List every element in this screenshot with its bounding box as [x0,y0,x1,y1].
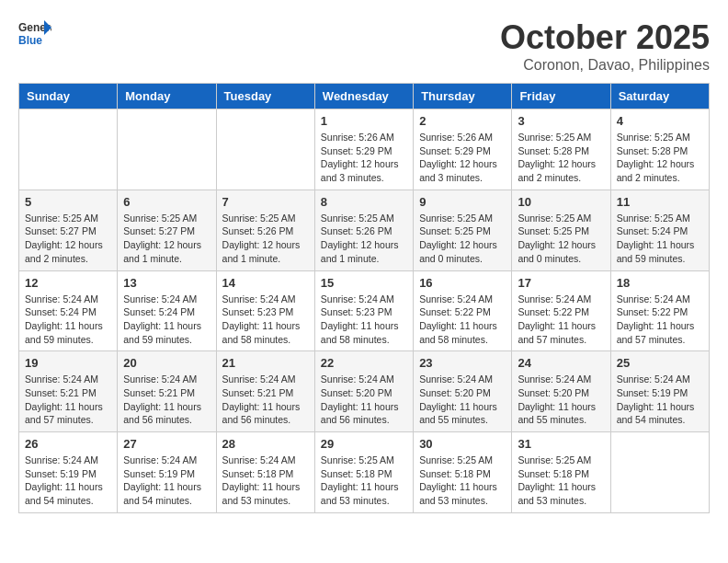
calendar-day-cell: 13Sunrise: 5:24 AM Sunset: 5:24 PM Dayli… [118,270,216,351]
day-number: 22 [321,356,407,370]
calendar-week-row: 5Sunrise: 5:25 AM Sunset: 5:27 PM Daylig… [19,190,710,270]
calendar-day-cell: 26Sunrise: 5:24 AM Sunset: 5:19 PM Dayli… [19,432,118,513]
weekday-header-cell: Saturday [610,84,709,109]
page-header: General Blue October 2025 Coronon, Davao… [18,18,710,74]
calendar-table: SundayMondayTuesdayWednesdayThursdayFrid… [18,83,710,513]
day-info: Sunrise: 5:24 AM Sunset: 5:23 PM Dayligh… [222,293,309,347]
day-info: Sunrise: 5:24 AM Sunset: 5:24 PM Dayligh… [123,293,210,347]
day-info: Sunrise: 5:25 AM Sunset: 5:24 PM Dayligh… [617,212,703,266]
day-number: 10 [518,195,604,209]
day-number: 7 [222,195,309,209]
calendar-day-cell [216,109,314,190]
day-info: Sunrise: 5:24 AM Sunset: 5:19 PM Dayligh… [25,454,111,508]
location-title: Coronon, Davao, Philippines [500,57,710,74]
weekday-header-row: SundayMondayTuesdayWednesdayThursdayFrid… [19,84,710,109]
weekday-header-cell: Wednesday [314,84,413,109]
day-number: 28 [222,437,309,451]
day-info: Sunrise: 5:25 AM Sunset: 5:18 PM Dayligh… [518,454,604,508]
calendar-day-cell: 20Sunrise: 5:24 AM Sunset: 5:21 PM Dayli… [118,351,216,432]
day-info: Sunrise: 5:24 AM Sunset: 5:23 PM Dayligh… [321,293,407,347]
day-info: Sunrise: 5:26 AM Sunset: 5:29 PM Dayligh… [321,131,407,185]
calendar-day-cell [19,109,118,190]
day-info: Sunrise: 5:25 AM Sunset: 5:25 PM Dayligh… [518,212,604,266]
calendar-day-cell: 23Sunrise: 5:24 AM Sunset: 5:20 PM Dayli… [414,351,512,432]
day-number: 15 [321,276,407,290]
day-info: Sunrise: 5:24 AM Sunset: 5:20 PM Dayligh… [518,373,604,427]
calendar-day-cell: 8Sunrise: 5:25 AM Sunset: 5:26 PM Daylig… [314,190,413,270]
calendar-week-row: 19Sunrise: 5:24 AM Sunset: 5:21 PM Dayli… [19,351,710,432]
day-info: Sunrise: 5:24 AM Sunset: 5:19 PM Dayligh… [617,373,703,427]
calendar-day-cell: 14Sunrise: 5:24 AM Sunset: 5:23 PM Dayli… [216,270,314,351]
day-info: Sunrise: 5:25 AM Sunset: 5:26 PM Dayligh… [321,212,407,266]
calendar-day-cell: 25Sunrise: 5:24 AM Sunset: 5:19 PM Dayli… [610,351,709,432]
calendar-day-cell: 21Sunrise: 5:24 AM Sunset: 5:21 PM Dayli… [216,351,314,432]
weekday-header-cell: Thursday [414,84,512,109]
day-number: 11 [617,195,703,209]
calendar-day-cell: 4Sunrise: 5:25 AM Sunset: 5:28 PM Daylig… [610,109,709,190]
calendar-day-cell: 1Sunrise: 5:26 AM Sunset: 5:29 PM Daylig… [314,109,413,190]
day-info: Sunrise: 5:25 AM Sunset: 5:27 PM Dayligh… [123,212,210,266]
day-info: Sunrise: 5:25 AM Sunset: 5:26 PM Dayligh… [222,212,309,266]
calendar-day-cell: 2Sunrise: 5:26 AM Sunset: 5:29 PM Daylig… [414,109,512,190]
day-info: Sunrise: 5:24 AM Sunset: 5:19 PM Dayligh… [123,454,210,508]
weekday-header-cell: Monday [118,84,216,109]
day-info: Sunrise: 5:24 AM Sunset: 5:22 PM Dayligh… [617,293,703,347]
calendar-day-cell: 24Sunrise: 5:24 AM Sunset: 5:20 PM Dayli… [512,351,610,432]
calendar-day-cell: 17Sunrise: 5:24 AM Sunset: 5:22 PM Dayli… [512,270,610,351]
calendar-day-cell: 3Sunrise: 5:25 AM Sunset: 5:28 PM Daylig… [512,109,610,190]
calendar-week-row: 1Sunrise: 5:26 AM Sunset: 5:29 PM Daylig… [19,109,710,190]
day-info: Sunrise: 5:25 AM Sunset: 5:25 PM Dayligh… [419,212,506,266]
day-number: 14 [222,276,309,290]
calendar-day-cell: 19Sunrise: 5:24 AM Sunset: 5:21 PM Dayli… [19,351,118,432]
calendar-body: 1Sunrise: 5:26 AM Sunset: 5:29 PM Daylig… [19,109,710,513]
calendar-day-cell [610,432,709,513]
day-number: 20 [123,356,210,370]
day-info: Sunrise: 5:24 AM Sunset: 5:20 PM Dayligh… [419,373,506,427]
logo-icon: General Blue [18,18,51,46]
day-info: Sunrise: 5:25 AM Sunset: 5:18 PM Dayligh… [321,454,407,508]
calendar-day-cell: 10Sunrise: 5:25 AM Sunset: 5:25 PM Dayli… [512,190,610,270]
day-number: 2 [419,114,506,128]
calendar-day-cell: 9Sunrise: 5:25 AM Sunset: 5:25 PM Daylig… [414,190,512,270]
day-number: 6 [123,195,210,209]
day-info: Sunrise: 5:25 AM Sunset: 5:27 PM Dayligh… [25,212,111,266]
calendar-week-row: 26Sunrise: 5:24 AM Sunset: 5:19 PM Dayli… [19,432,710,513]
svg-text:Blue: Blue [18,34,42,46]
day-number: 25 [617,356,703,370]
day-number: 9 [419,195,506,209]
weekday-header-cell: Friday [512,84,610,109]
calendar-day-cell: 7Sunrise: 5:25 AM Sunset: 5:26 PM Daylig… [216,190,314,270]
calendar-day-cell: 18Sunrise: 5:24 AM Sunset: 5:22 PM Dayli… [610,270,709,351]
calendar-day-cell: 6Sunrise: 5:25 AM Sunset: 5:27 PM Daylig… [118,190,216,270]
weekday-header-cell: Sunday [19,84,118,109]
day-number: 27 [123,437,210,451]
day-number: 23 [419,356,506,370]
day-number: 13 [123,276,210,290]
calendar-day-cell: 15Sunrise: 5:24 AM Sunset: 5:23 PM Dayli… [314,270,413,351]
day-info: Sunrise: 5:24 AM Sunset: 5:20 PM Dayligh… [321,373,407,427]
calendar-day-cell [118,109,216,190]
day-number: 26 [25,437,111,451]
day-info: Sunrise: 5:25 AM Sunset: 5:28 PM Dayligh… [617,131,703,185]
logo: General Blue [18,18,55,46]
day-info: Sunrise: 5:25 AM Sunset: 5:18 PM Dayligh… [419,454,506,508]
day-number: 17 [518,276,604,290]
calendar-day-cell: 22Sunrise: 5:24 AM Sunset: 5:20 PM Dayli… [314,351,413,432]
calendar-week-row: 12Sunrise: 5:24 AM Sunset: 5:24 PM Dayli… [19,270,710,351]
day-number: 3 [518,114,604,128]
day-number: 24 [518,356,604,370]
calendar-day-cell: 12Sunrise: 5:24 AM Sunset: 5:24 PM Dayli… [19,270,118,351]
calendar-day-cell: 31Sunrise: 5:25 AM Sunset: 5:18 PM Dayli… [512,432,610,513]
calendar-day-cell: 5Sunrise: 5:25 AM Sunset: 5:27 PM Daylig… [19,190,118,270]
day-number: 8 [321,195,407,209]
day-number: 4 [617,114,703,128]
title-area: October 2025 Coronon, Davao, Philippines [500,18,710,74]
day-info: Sunrise: 5:24 AM Sunset: 5:24 PM Dayligh… [25,293,111,347]
day-info: Sunrise: 5:24 AM Sunset: 5:18 PM Dayligh… [222,454,309,508]
day-number: 29 [321,437,407,451]
day-number: 31 [518,437,604,451]
day-number: 16 [419,276,506,290]
calendar-day-cell: 29Sunrise: 5:25 AM Sunset: 5:18 PM Dayli… [314,432,413,513]
calendar-day-cell: 30Sunrise: 5:25 AM Sunset: 5:18 PM Dayli… [414,432,512,513]
day-info: Sunrise: 5:24 AM Sunset: 5:21 PM Dayligh… [123,373,210,427]
